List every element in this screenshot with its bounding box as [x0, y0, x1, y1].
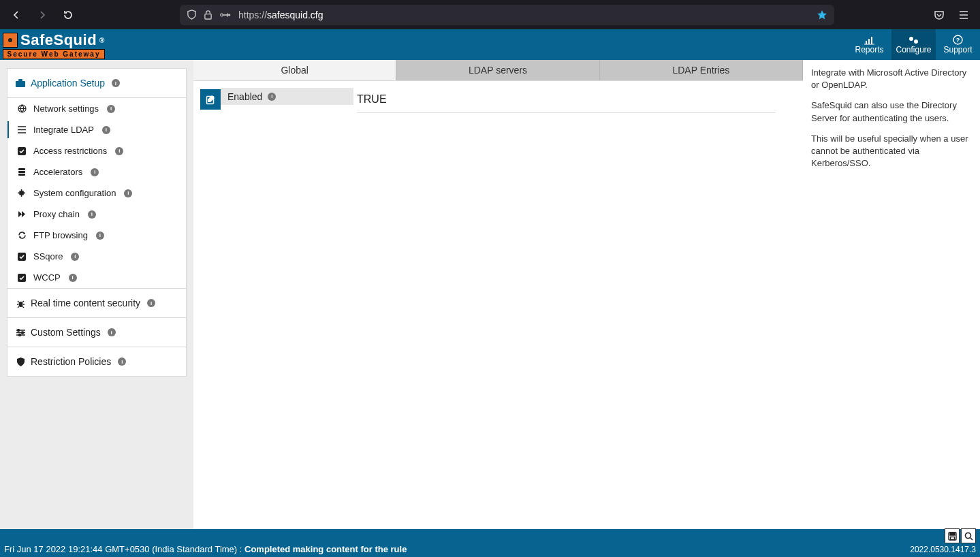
svg-point-22	[21, 332, 23, 334]
sidebar-item-label: Network settings	[33, 104, 99, 114]
url-text: https://safesquid.cfg	[238, 10, 323, 20]
app-header: SafeSquid® Secure Web Gateway Reports Co…	[0, 29, 980, 60]
help-paragraph: SafeSquid can also use the Directory Ser…	[811, 99, 975, 124]
tabs-row: Global LDAP servers LDAP Entries	[193, 60, 803, 81]
sidebar-restriction-label: Restriction Policies	[31, 356, 111, 367]
sidebar-item-access[interactable]: Access restrictions i	[7, 140, 186, 161]
brand-logo[interactable]: SafeSquid® Secure Web Gateway	[0, 29, 109, 60]
lock-icon	[204, 10, 212, 20]
svg-rect-5	[871, 37, 872, 44]
bug-icon	[16, 299, 25, 308]
version-text: 2022.0530.1417.3	[910, 545, 976, 554]
shield-icon	[187, 10, 197, 20]
info-icon[interactable]: i	[112, 79, 120, 87]
top-action-support[interactable]: ? Support	[936, 29, 980, 60]
svg-point-23	[18, 334, 20, 336]
info-icon[interactable]: i	[107, 105, 115, 113]
tab-global[interactable]: Global	[193, 60, 396, 80]
svg-rect-11	[16, 81, 25, 87]
info-icon[interactable]: i	[108, 328, 116, 336]
sidebar-item-label: SSqore	[33, 251, 63, 261]
url-bar[interactable]: https://safesquid.cfg	[180, 5, 834, 25]
top-action-configure-label: Configure	[896, 45, 931, 54]
sidebar-item-accelerators[interactable]: Accelerators i	[7, 161, 186, 182]
info-icon[interactable]: i	[71, 253, 79, 261]
status-message: Completed making content for the rule	[244, 544, 407, 554]
forward-button[interactable]	[33, 5, 52, 25]
svg-point-7	[909, 37, 913, 41]
sidebar-item-label: System configuration	[33, 188, 116, 198]
field-value: TRUE	[357, 93, 387, 105]
main-panel: Global LDAP servers LDAP Entries Enabled	[193, 60, 980, 529]
bookmark-star-icon[interactable]	[817, 10, 827, 20]
check-square-icon	[17, 253, 27, 261]
sidebar-header-label: Application Setup	[31, 78, 105, 89]
svg-rect-26	[950, 532, 955, 535]
help-paragraph: Integrate with Microsoft Active Director…	[811, 67, 975, 91]
sidebar-item-label: FTP browsing	[33, 230, 88, 240]
svg-text:?: ?	[956, 37, 960, 44]
tab-ldap-servers[interactable]: LDAP servers	[396, 60, 599, 80]
info-icon[interactable]: i	[69, 274, 77, 282]
sidebar-item-label: WCCP	[33, 272, 61, 283]
sidebar-rtcs-label: Real time content security	[31, 298, 140, 308]
info-icon[interactable]: i	[115, 147, 123, 155]
info-icon[interactable]: i	[147, 299, 155, 307]
refresh-button[interactable]	[59, 5, 78, 25]
sidebar-header-custom[interactable]: Custom Settings i	[7, 318, 186, 347]
sidebar: Application Setup i Network settings i I…	[0, 60, 193, 529]
sidebar-header-restriction[interactable]: Restriction Policies i	[7, 347, 186, 376]
brand-name: SafeSquid	[20, 31, 97, 49]
database-icon	[17, 168, 27, 176]
list-icon	[17, 126, 27, 133]
back-button[interactable]	[7, 5, 26, 25]
sidebar-item-ldap[interactable]: Integrate LDAP i	[7, 119, 186, 140]
sidebar-item-sysconfig[interactable]: System configuration i	[7, 182, 186, 204]
svg-rect-12	[18, 79, 22, 81]
pocket-icon[interactable]	[930, 5, 949, 25]
svg-point-21	[17, 329, 19, 331]
edit-button[interactable]	[200, 89, 221, 110]
tab-label: Global	[281, 65, 308, 76]
url-host: safesquid.cfg	[267, 10, 323, 20]
search-icon-button[interactable]	[961, 528, 976, 543]
field-label: Enabled	[227, 91, 262, 102]
briefcase-icon	[16, 79, 25, 87]
tab-ldap-entries[interactable]: LDAP Entries	[600, 60, 803, 80]
sidebar-item-label: Integrate LDAP	[33, 125, 94, 135]
info-icon[interactable]: i	[102, 126, 110, 134]
app-menu-icon[interactable]	[954, 5, 973, 25]
svg-rect-4	[868, 39, 870, 44]
info-icon[interactable]: i	[268, 93, 276, 101]
top-action-configure[interactable]: Configure	[891, 29, 936, 60]
brand-tagline: Secure Web Gateway	[3, 49, 105, 59]
logo-gear-icon	[3, 33, 18, 48]
info-icon[interactable]: i	[118, 357, 126, 366]
refresh-icon	[17, 231, 27, 240]
sidebar-item-proxychain[interactable]: Proxy chain i	[7, 204, 186, 225]
svg-rect-17	[18, 174, 25, 176]
info-icon[interactable]: i	[91, 168, 99, 176]
globe-icon	[17, 104, 27, 113]
sidebar-header-app-setup[interactable]: Application Setup i	[7, 69, 186, 98]
sidebar-item-ftp[interactable]: FTP browsing i	[7, 225, 186, 246]
sidebar-item-label: Access restrictions	[33, 146, 107, 156]
browser-toolbar: https://safesquid.cfg	[0, 0, 980, 29]
save-icon-button[interactable]	[945, 528, 960, 543]
permissions-icon	[219, 10, 232, 20]
status-timestamp: Fri Jun 17 2022 19:21:44 GMT+0530 (India…	[4, 544, 244, 554]
forward-icon	[17, 210, 27, 218]
sidebar-item-ssqore[interactable]: SSqore i	[7, 246, 186, 267]
info-icon[interactable]: i	[96, 232, 104, 240]
sidebar-item-network[interactable]: Network settings i	[7, 98, 186, 119]
field-label-cell: Enabled i	[221, 88, 353, 105]
url-prefix: https://	[238, 10, 267, 20]
sidebar-header-rtcs[interactable]: Real time content security i	[7, 289, 186, 317]
sidebar-item-label: Accelerators	[33, 167, 82, 177]
help-paragraph: This will be useful specially when a use…	[811, 133, 975, 170]
info-icon[interactable]: i	[88, 210, 96, 219]
info-icon[interactable]: i	[124, 189, 132, 197]
top-action-reports[interactable]: Reports	[847, 29, 891, 60]
check-square-icon	[17, 274, 27, 282]
sidebar-item-wccp[interactable]: WCCP i	[7, 267, 186, 288]
